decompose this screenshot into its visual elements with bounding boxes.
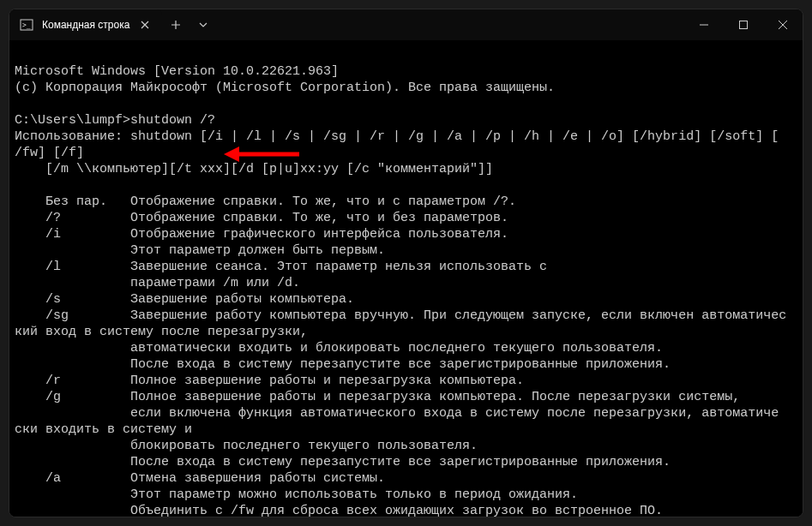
output-line: /sg Завершение работу компьютера вручную… — [15, 308, 786, 323]
output-line: Без пар. Отображение справки. То же, что… — [15, 194, 516, 209]
output-line: автоматически входить и блокировать посл… — [15, 341, 663, 356]
output-line: Объединить с /fw для сброса всех ожидающ… — [15, 504, 663, 517]
output-line: Этот параметр можно использовать только … — [15, 487, 578, 502]
output-line: /a Отмена завершения работы системы. — [15, 471, 385, 486]
tab-title: Командная строка — [42, 19, 129, 31]
tab-dropdown-button[interactable] — [189, 9, 217, 40]
output-line: /fw] [/f] — [15, 146, 84, 160]
output-line: /l Завершение сеанса. Этот параметр нель… — [15, 260, 547, 274]
tab-close-button[interactable] — [138, 18, 152, 32]
output-line: параметрами /m или /d. — [15, 276, 300, 290]
output-line: Использование: shutdown [/i | /l | /s | … — [15, 129, 779, 144]
output-line: Microsoft Windows [Version 10.0.22621.96… — [15, 64, 339, 79]
svg-rect-2 — [740, 21, 748, 29]
output-line: После входа в систему перезапустите все … — [15, 357, 671, 372]
prompt-line: C:\Users\lumpf>shutdown /? — [15, 113, 215, 128]
output-line: Этот параметр должен быть первым. — [15, 243, 385, 258]
output-line: После входа в систему перезапустите все … — [15, 455, 671, 469]
output-line: если включена функция автоматического вх… — [15, 406, 779, 421]
output-line: (c) Корпорация Майкрософт (Microsoft Cor… — [15, 81, 555, 95]
svg-text:>_: >_ — [22, 21, 31, 29]
cmd-icon: >_ — [20, 18, 33, 32]
window-controls — [684, 9, 803, 40]
output-line: /s Завершение работы компьютера. — [15, 292, 354, 307]
output-line: ски входить в систему и — [15, 422, 192, 437]
output-line: /g Полное завершение работы и перезагруз… — [15, 390, 740, 404]
tab-command-prompt[interactable]: >_ Командная строка — [9, 9, 162, 40]
svg-marker-4 — [224, 146, 239, 162]
new-tab-button[interactable] — [162, 9, 189, 40]
terminal-window: >_ Командная строка — [9, 9, 803, 517]
output-line: /i Отображение графического интерфейса п… — [15, 227, 508, 242]
tab-strip: >_ Командная строка — [9, 9, 217, 40]
close-button[interactable] — [763, 9, 803, 40]
output-line: [/m \\компьютер][/t xxx][/d [p|u]xx:yy [… — [15, 162, 493, 176]
output-line: /r Полное завершение работы и перезагруз… — [15, 374, 524, 388]
output-line: /? Отображение справки. То же, что и без… — [15, 211, 508, 225]
output-line: блокировать последнего текущего пользова… — [15, 439, 478, 453]
maximize-button[interactable] — [724, 9, 763, 40]
minimize-button[interactable] — [684, 9, 724, 40]
terminal-output[interactable]: Microsoft Windows [Version 10.0.22621.96… — [9, 40, 803, 517]
titlebar: >_ Командная строка — [9, 9, 803, 40]
output-line: кий вход в систему после перезагрузки, — [15, 325, 308, 339]
